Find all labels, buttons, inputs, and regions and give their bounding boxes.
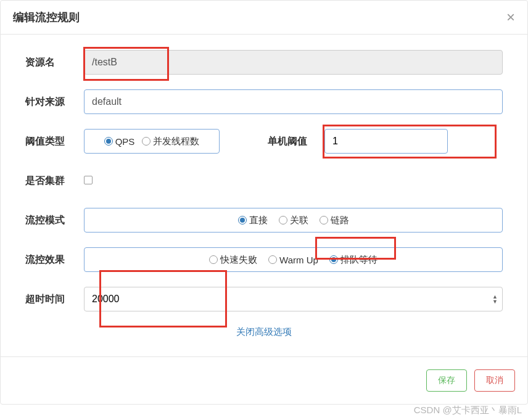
timeout-row: 超时时间 ▲ ▼ bbox=[25, 287, 503, 311]
chevron-down-icon[interactable]: ▼ bbox=[492, 299, 498, 304]
save-button[interactable]: 保存 bbox=[426, 369, 467, 392]
origin-input[interactable] bbox=[84, 89, 503, 114]
close-advanced-link[interactable]: 关闭高级选项 bbox=[25, 326, 503, 338]
origin-label: 针对来源 bbox=[25, 96, 84, 109]
radio-fail-label: 快速失败 bbox=[220, 254, 257, 266]
cluster-label: 是否集群 bbox=[25, 175, 84, 187]
cluster-checkbox[interactable] bbox=[84, 176, 93, 184]
mode-label: 流控模式 bbox=[25, 214, 84, 227]
radio-dot-icon bbox=[320, 216, 328, 224]
radio-mode-chain[interactable]: 链路 bbox=[320, 215, 349, 226]
radio-direct-label: 直接 bbox=[249, 215, 268, 226]
radio-dot-icon bbox=[104, 137, 113, 146]
mode-row: 流控模式 直接 关联 链路 bbox=[25, 208, 503, 233]
radio-dot-icon bbox=[142, 137, 151, 146]
origin-row: 针对来源 bbox=[25, 89, 503, 114]
radio-dot-icon bbox=[268, 255, 277, 264]
threshold-row: 阈值类型 QPS 并发线程数 单机阈值 bbox=[25, 129, 503, 154]
number-spinner[interactable]: ▲ ▼ bbox=[492, 294, 498, 304]
watermark: CSDN @艾卡西亚丶暴雨L bbox=[414, 405, 522, 416]
radio-dot-icon bbox=[238, 216, 247, 224]
radio-warmup-label: Warm Up bbox=[279, 255, 318, 265]
modal-footer: 保存 取消 bbox=[1, 356, 527, 404]
close-icon[interactable]: × bbox=[506, 10, 515, 25]
threshold-type-label: 阈值类型 bbox=[25, 135, 84, 148]
effect-group: 快速失败 Warm Up 排队等待 bbox=[84, 247, 503, 272]
radio-effect-fail[interactable]: 快速失败 bbox=[209, 254, 257, 266]
radio-qps[interactable]: QPS bbox=[104, 136, 135, 147]
modal-title: 编辑流控规则 bbox=[13, 10, 80, 25]
effect-row: 流控效果 快速失败 Warm Up 排队等待 bbox=[25, 247, 503, 272]
radio-thread-label: 并发线程数 bbox=[153, 136, 199, 147]
radio-dot-icon bbox=[329, 255, 338, 264]
threshold-value-label: 单机阈值 bbox=[268, 135, 307, 148]
radio-thread[interactable]: 并发线程数 bbox=[142, 136, 199, 147]
radio-effect-queue[interactable]: 排队等待 bbox=[329, 254, 377, 266]
radio-effect-warmup[interactable]: Warm Up bbox=[268, 255, 318, 265]
modal-body: 资源名 针对来源 阈值类型 QPS 并发线 bbox=[1, 35, 527, 356]
threshold-type-group: QPS 并发线程数 bbox=[84, 129, 220, 154]
timeout-input[interactable] bbox=[84, 287, 503, 311]
timeout-label: 超时时间 bbox=[25, 293, 84, 306]
effect-label: 流控效果 bbox=[25, 253, 84, 266]
edit-flow-rule-modal: 编辑流控规则 × 资源名 针对来源 阈值类型 QPS bbox=[0, 0, 528, 405]
radio-dot-icon bbox=[209, 255, 218, 264]
threshold-value-input[interactable] bbox=[324, 129, 448, 154]
radio-queue-label: 排队等待 bbox=[340, 254, 377, 266]
mode-group: 直接 关联 链路 bbox=[84, 208, 503, 233]
radio-mode-relate[interactable]: 关联 bbox=[279, 215, 308, 226]
radio-mode-direct[interactable]: 直接 bbox=[238, 215, 268, 226]
resource-label: 资源名 bbox=[25, 56, 84, 69]
radio-dot-icon bbox=[279, 216, 287, 224]
radio-chain-label: 链路 bbox=[331, 215, 349, 226]
resource-row: 资源名 bbox=[25, 50, 503, 75]
radio-relate-label: 关联 bbox=[290, 215, 308, 226]
cluster-row: 是否集群 bbox=[25, 168, 503, 193]
radio-qps-label: QPS bbox=[115, 136, 135, 147]
cancel-button[interactable]: 取消 bbox=[474, 369, 515, 392]
resource-input bbox=[84, 50, 503, 75]
modal-header: 编辑流控规则 × bbox=[1, 1, 527, 35]
